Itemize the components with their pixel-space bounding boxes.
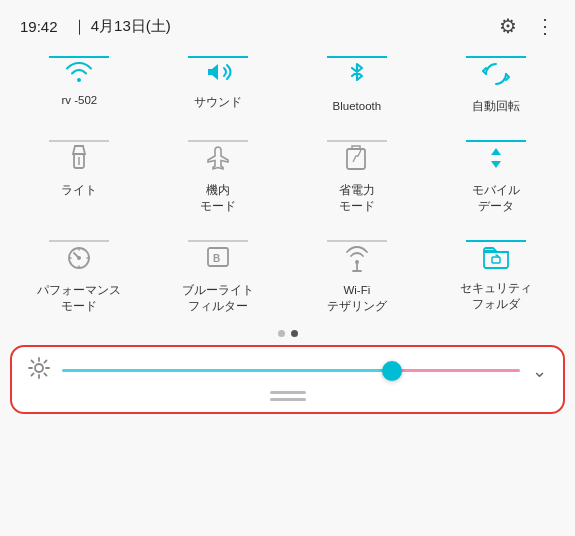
tiles-row-3: パフォーマンスモード B ブルーライトフィルター [10, 232, 565, 320]
tile-bluelight[interactable]: B ブルーライトフィルター [163, 232, 273, 320]
tile-wifi[interactable]: rv -502 [24, 48, 134, 120]
tile-performance[interactable]: パフォーマンスモード [24, 232, 134, 320]
tile-autorotate-label: 自動回転 [472, 98, 520, 114]
tile-bluetooth-divider [327, 56, 387, 58]
tiles-row-1: rv -502 サウンド [10, 48, 565, 120]
tile-powersave-label: 省電力モード [339, 182, 375, 214]
tile-wifi-label: rv -502 [61, 92, 97, 108]
svg-line-18 [44, 361, 46, 363]
tile-flashlight[interactable]: ライト [24, 132, 134, 220]
tile-bluelight-divider [188, 240, 248, 242]
header: 19:42 ｜ 4月13日(土) ⚙ ⋮ [0, 0, 575, 44]
dot-1 [278, 330, 285, 337]
tile-wifi-divider [49, 56, 109, 58]
brightness-sun-icon [28, 357, 50, 384]
tiles-section: rv -502 サウンド [0, 44, 575, 322]
tile-wifitether[interactable]: Wi-Fiテザリング [302, 232, 412, 320]
airplane-icon [204, 144, 232, 176]
tile-airplane-divider [188, 140, 248, 142]
tile-sound-divider [188, 56, 248, 58]
brightness-expand-icon[interactable]: ⌄ [532, 360, 547, 382]
tile-secfolder[interactable]: セキュリティフォルダ [441, 232, 551, 320]
tile-performance-label: パフォーマンスモード [37, 282, 121, 314]
dot-2 [291, 330, 298, 337]
svg-line-17 [32, 374, 34, 376]
tile-mobiledata-label: モバイルデータ [472, 182, 520, 214]
svg-line-16 [44, 374, 46, 376]
tile-flashlight-divider [49, 140, 109, 142]
tile-secfolder-divider [466, 240, 526, 242]
svg-point-4 [77, 256, 81, 260]
autorotate-icon [482, 60, 510, 92]
tile-bluetooth-label: Bluetooth [333, 98, 382, 114]
svg-point-10 [35, 364, 43, 372]
tile-powersave[interactable]: 省電力モード [302, 132, 412, 220]
tile-wifitether-label: Wi-Fiテザリング [327, 282, 387, 314]
performance-icon [65, 244, 93, 276]
svg-line-15 [32, 361, 34, 363]
wifi-icon [65, 60, 93, 86]
mobiledata-icon [485, 144, 507, 176]
svg-rect-2 [347, 149, 365, 169]
more-icon[interactable]: ⋮ [535, 14, 555, 38]
tile-powersave-divider [327, 140, 387, 142]
tile-autorotate[interactable]: 自動回転 [441, 48, 551, 120]
flashlight-icon [68, 144, 90, 176]
quick-panel: 19:42 ｜ 4月13日(土) ⚙ ⋮ rv -502 [0, 0, 575, 536]
tile-mobiledata-divider [466, 140, 526, 142]
tile-mobiledata[interactable]: モバイルデータ [441, 132, 551, 220]
tile-flashlight-label: ライト [61, 182, 97, 198]
brightness-section: ⌄ [10, 345, 565, 414]
handle-bar [28, 390, 547, 404]
tile-autorotate-divider [466, 56, 526, 58]
bluelight-icon: B [206, 244, 230, 276]
tile-sound[interactable]: サウンド [163, 48, 273, 120]
svg-text:B: B [213, 253, 220, 264]
brightness-slider[interactable] [62, 361, 520, 381]
tile-secfolder-label: セキュリティフォルダ [460, 280, 532, 312]
brightness-row: ⌄ [28, 357, 547, 384]
wifitether-icon [344, 244, 370, 276]
handle-line-2 [270, 398, 306, 401]
tiles-row-2: ライト 機内モード [10, 132, 565, 220]
bluetooth-icon [346, 60, 368, 92]
sound-icon [204, 60, 232, 88]
tile-performance-divider [49, 240, 109, 242]
brightness-track [62, 369, 520, 372]
clock: 19:42 [20, 18, 58, 35]
tile-airplane[interactable]: 機内モード [163, 132, 273, 220]
tile-bluelight-label: ブルーライトフィルター [182, 282, 254, 314]
page-dots [0, 330, 575, 337]
svg-rect-9 [492, 257, 500, 263]
powersave-icon [345, 144, 369, 176]
brightness-thumb[interactable] [382, 361, 402, 381]
tile-airplane-label: 機内モード [200, 182, 236, 214]
tile-bluetooth[interactable]: Bluetooth [302, 48, 412, 120]
date: ｜ 4月13日(土) [72, 17, 171, 36]
tile-wifitether-divider [327, 240, 387, 242]
secfolder-icon [482, 244, 510, 274]
settings-icon[interactable]: ⚙ [499, 14, 517, 38]
handle-line-1 [270, 391, 306, 394]
tile-sound-label: サウンド [194, 94, 242, 110]
